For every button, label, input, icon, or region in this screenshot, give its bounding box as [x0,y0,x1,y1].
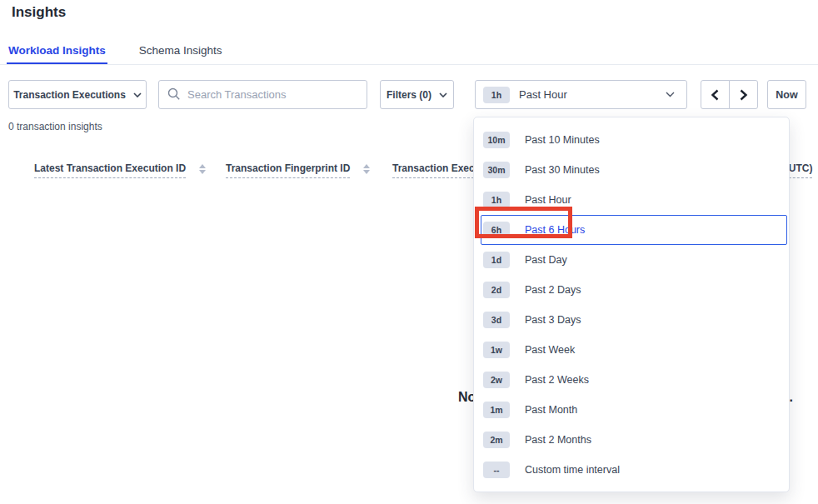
chevron-down-icon [439,92,447,97]
interval-badge: 10m [483,132,510,148]
time-interval-option[interactable]: 3d Past 3 Days [481,305,787,335]
interval-option-label: Past 2 Days [525,284,581,296]
interval-badge: 6h [483,222,510,238]
time-interval-option[interactable]: 1m Past Month [481,395,787,425]
interval-badge: 2d [483,282,510,298]
now-button-label: Now [776,89,797,101]
interval-option-label: Past Hour [525,194,571,206]
table-column-header[interactable]: Transaction Fingerprint ID [226,162,392,178]
chevron-down-icon [133,92,142,97]
previous-range-button[interactable] [701,80,730,109]
insights-count: 0 transaction insights [8,121,102,132]
time-interval-option[interactable]: 6h Past 6 Hours [481,215,787,245]
time-interval-label: Past Hour [519,88,567,101]
search-container [158,80,367,109]
interval-badge: 1m [483,402,510,418]
time-interval-option[interactable]: -- Custom time interval [481,455,787,485]
tab-workload-insights[interactable]: Workload Insights [7,37,107,64]
interval-badge: -- [483,462,510,478]
time-interval-dropdown-trigger[interactable]: 1h Past Hour [475,80,687,109]
search-input[interactable] [158,80,367,109]
time-interval-option[interactable]: 2m Past 2 Months [481,425,787,455]
time-interval-option[interactable]: 2d Past 2 Days [481,275,787,305]
tab-bar: Workload Insights Schema Insights [0,37,818,65]
interval-badge: 1d [483,252,510,268]
interval-badge: 2w [483,372,510,388]
interval-badge: 30m [483,162,510,178]
interval-badge: 2m [483,432,510,448]
insight-type-select-label: Transaction Executions [13,89,126,101]
interval-option-label: Past 30 Minutes [525,164,600,176]
time-interval-badge: 1h [483,87,510,103]
interval-option-label: Past Day [525,254,567,266]
sort-icon[interactable] [199,164,206,174]
column-header-label: Transaction Fingerprint ID [226,162,350,178]
now-button[interactable]: Now [767,80,806,109]
time-interval-option[interactable]: 1w Past Week [481,335,787,365]
interval-badge: 1h [483,192,510,208]
time-interval-option[interactable]: 1h Past Hour [481,185,787,215]
column-header-label: Latest Transaction Execution ID [34,162,186,178]
interval-option-label: Past Week [525,344,575,356]
time-range-arrows [701,80,758,109]
sort-icon[interactable] [363,164,370,174]
time-interval-dropdown-menu: 10m Past 10 Minutes 30m Past 30 Minutes … [473,117,790,492]
interval-option-label: Custom time interval [525,464,620,476]
interval-option-label: Past 3 Days [525,314,581,326]
tab-label: Workload Insights [8,44,106,57]
time-interval-option[interactable]: 2w Past 2 Weeks [481,365,787,395]
interval-badge: 1w [483,342,510,358]
time-interval-option[interactable]: 1d Past Day [481,245,787,275]
search-icon [167,87,181,101]
insight-type-select[interactable]: Transaction Executions [8,80,147,109]
interval-option-label: Past 2 Months [525,434,591,446]
tab-schema-insights[interactable]: Schema Insights [137,37,224,64]
interval-option-label: Past Month [525,404,577,416]
chevron-left-icon [711,89,720,101]
time-interval-option[interactable]: 30m Past 30 Minutes [481,155,787,185]
filters-button[interactable]: Filters (0) [380,80,454,109]
table-column-header[interactable]: Latest Transaction Execution ID [34,162,226,178]
interval-option-label: Past 6 Hours [525,224,585,236]
interval-option-label: Past 2 Weeks [525,374,589,386]
chevron-down-icon [666,92,675,97]
time-interval-option[interactable]: 10m Past 10 Minutes [481,125,787,155]
interval-badge: 3d [483,312,510,328]
tab-label: Schema Insights [139,44,222,57]
page-title: Insights [12,4,66,21]
chevron-right-icon [739,89,748,101]
next-range-button[interactable] [729,80,758,109]
filters-button-label: Filters (0) [387,89,431,101]
interval-option-label: Past 10 Minutes [525,134,600,146]
